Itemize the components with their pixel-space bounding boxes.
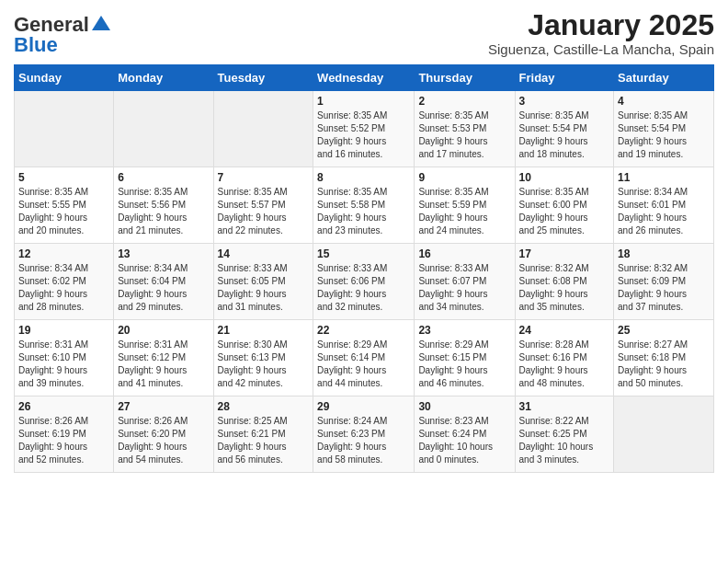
calendar-cell: 26Sunrise: 8:26 AM Sunset: 6:19 PM Dayli… [15,396,114,473]
day-number: 23 [418,324,510,337]
day-content: Sunrise: 8:34 AM Sunset: 6:04 PM Dayligh… [118,262,209,314]
calendar-cell: 16Sunrise: 8:33 AM Sunset: 6:07 PM Dayli… [415,244,515,320]
calendar-cell [15,91,114,167]
day-of-week-header: Friday [515,65,614,91]
day-number: 7 [218,171,310,184]
calendar-cell: 29Sunrise: 8:24 AM Sunset: 6:23 PM Dayli… [313,396,415,473]
day-number: 6 [118,171,209,184]
calendar-cell: 12Sunrise: 8:34 AM Sunset: 6:02 PM Dayli… [15,244,114,320]
day-content: Sunrise: 8:33 AM Sunset: 6:06 PM Dayligh… [317,262,410,314]
day-number: 18 [618,247,710,260]
day-content: Sunrise: 8:35 AM Sunset: 5:54 PM Dayligh… [618,109,710,161]
day-number: 20 [118,324,209,337]
day-number: 19 [18,324,109,337]
calendar-cell: 3Sunrise: 8:35 AM Sunset: 5:54 PM Daylig… [515,91,614,167]
day-number: 29 [317,400,410,413]
day-content: Sunrise: 8:24 AM Sunset: 6:23 PM Dayligh… [317,415,410,466]
calendar-cell: 18Sunrise: 8:32 AM Sunset: 6:09 PM Dayli… [614,244,714,320]
calendar-cell: 30Sunrise: 8:23 AM Sunset: 6:24 PM Dayli… [415,396,515,473]
calendar-week-row: 26Sunrise: 8:26 AM Sunset: 6:19 PM Dayli… [15,396,714,473]
calendar-cell: 7Sunrise: 8:35 AM Sunset: 5:57 PM Daylig… [213,167,313,244]
day-of-week-header: Sunday [15,65,114,91]
day-content: Sunrise: 8:34 AM Sunset: 6:02 PM Dayligh… [18,262,109,314]
day-content: Sunrise: 8:32 AM Sunset: 6:09 PM Dayligh… [618,262,710,314]
day-number: 26 [18,400,109,413]
day-content: Sunrise: 8:25 AM Sunset: 6:21 PM Dayligh… [218,415,310,466]
calendar-cell [213,91,313,167]
day-number: 9 [418,171,510,184]
day-number: 5 [18,171,109,184]
day-content: Sunrise: 8:35 AM Sunset: 5:52 PM Dayligh… [317,109,410,161]
calendar-week-row: 1Sunrise: 8:35 AM Sunset: 5:52 PM Daylig… [15,91,714,167]
day-content: Sunrise: 8:29 AM Sunset: 6:15 PM Dayligh… [418,339,510,390]
day-content: Sunrise: 8:33 AM Sunset: 6:07 PM Dayligh… [418,262,510,314]
day-content: Sunrise: 8:35 AM Sunset: 5:56 PM Dayligh… [118,186,209,237]
day-content: Sunrise: 8:26 AM Sunset: 6:19 PM Dayligh… [18,415,109,466]
day-content: Sunrise: 8:30 AM Sunset: 6:13 PM Dayligh… [218,339,310,390]
day-number: 30 [418,400,510,413]
calendar-cell: 13Sunrise: 8:34 AM Sunset: 6:04 PM Dayli… [114,244,213,320]
day-content: Sunrise: 8:23 AM Sunset: 6:24 PM Dayligh… [418,415,510,466]
logo: General Blue [14,9,110,57]
calendar-cell: 15Sunrise: 8:33 AM Sunset: 6:06 PM Dayli… [313,244,415,320]
day-number: 3 [519,95,610,108]
calendar-cell: 25Sunrise: 8:27 AM Sunset: 6:18 PM Dayli… [614,320,714,396]
calendar-cell: 21Sunrise: 8:30 AM Sunset: 6:13 PM Dayli… [213,320,313,396]
day-number: 15 [317,247,410,260]
day-number: 22 [317,324,410,337]
day-content: Sunrise: 8:35 AM Sunset: 5:59 PM Dayligh… [418,186,510,237]
day-content: Sunrise: 8:22 AM Sunset: 6:25 PM Dayligh… [519,415,610,466]
day-number: 8 [317,171,410,184]
calendar-cell: 20Sunrise: 8:31 AM Sunset: 6:12 PM Dayli… [114,320,213,396]
day-number: 1 [317,95,410,108]
day-number: 16 [418,247,510,260]
page-subtitle: Siguenza, Castille-La Mancha, Spain [488,41,714,57]
calendar-week-row: 12Sunrise: 8:34 AM Sunset: 6:02 PM Dayli… [15,244,714,320]
day-of-week-header: Monday [114,65,213,91]
calendar-cell: 22Sunrise: 8:29 AM Sunset: 6:14 PM Dayli… [313,320,415,396]
day-number: 21 [218,324,310,337]
day-content: Sunrise: 8:28 AM Sunset: 6:16 PM Dayligh… [519,339,610,390]
page-header: General Blue January 2025 Siguenza, Cast… [14,9,714,57]
day-number: 25 [618,324,710,337]
calendar-cell: 5Sunrise: 8:35 AM Sunset: 5:55 PM Daylig… [15,167,114,244]
calendar-cell: 10Sunrise: 8:35 AM Sunset: 6:00 PM Dayli… [515,167,614,244]
calendar-cell: 6Sunrise: 8:35 AM Sunset: 5:56 PM Daylig… [114,167,213,244]
calendar-cell: 9Sunrise: 8:35 AM Sunset: 5:59 PM Daylig… [415,167,515,244]
calendar-week-row: 5Sunrise: 8:35 AM Sunset: 5:55 PM Daylig… [15,167,714,244]
day-number: 10 [519,171,610,184]
calendar-cell [114,91,213,167]
title-block: January 2025 Siguenza, Castille-La Manch… [488,9,714,57]
day-content: Sunrise: 8:33 AM Sunset: 6:05 PM Dayligh… [218,262,310,314]
day-content: Sunrise: 8:35 AM Sunset: 5:57 PM Dayligh… [218,186,310,237]
day-number: 13 [118,247,209,260]
calendar-cell: 27Sunrise: 8:26 AM Sunset: 6:20 PM Dayli… [114,396,213,473]
logo-blue-text: Blue [14,33,58,57]
day-number: 27 [118,400,209,413]
calendar-table: SundayMondayTuesdayWednesdayThursdayFrid… [14,64,714,473]
day-content: Sunrise: 8:32 AM Sunset: 6:08 PM Dayligh… [519,262,610,314]
day-content: Sunrise: 8:34 AM Sunset: 6:01 PM Dayligh… [618,186,710,237]
day-number: 24 [519,324,610,337]
day-content: Sunrise: 8:31 AM Sunset: 6:12 PM Dayligh… [118,339,209,390]
day-number: 28 [218,400,310,413]
calendar-cell: 11Sunrise: 8:34 AM Sunset: 6:01 PM Dayli… [614,167,714,244]
day-content: Sunrise: 8:26 AM Sunset: 6:20 PM Dayligh… [118,415,209,466]
day-number: 4 [618,95,710,108]
day-content: Sunrise: 8:31 AM Sunset: 6:10 PM Dayligh… [18,339,109,390]
day-number: 17 [519,247,610,260]
calendar-cell: 17Sunrise: 8:32 AM Sunset: 6:08 PM Dayli… [515,244,614,320]
calendar-cell: 19Sunrise: 8:31 AM Sunset: 6:10 PM Dayli… [15,320,114,396]
day-number: 12 [18,247,109,260]
calendar-cell: 2Sunrise: 8:35 AM Sunset: 5:53 PM Daylig… [415,91,515,167]
calendar-cell [614,396,714,473]
calendar-cell: 24Sunrise: 8:28 AM Sunset: 6:16 PM Dayli… [515,320,614,396]
day-content: Sunrise: 8:29 AM Sunset: 6:14 PM Dayligh… [317,339,410,390]
day-content: Sunrise: 8:35 AM Sunset: 5:55 PM Dayligh… [18,186,109,237]
logo-triangle-icon [92,16,110,30]
day-of-week-header: Wednesday [313,65,415,91]
calendar-cell: 4Sunrise: 8:35 AM Sunset: 5:54 PM Daylig… [614,91,714,167]
day-content: Sunrise: 8:35 AM Sunset: 5:58 PM Dayligh… [317,186,410,237]
calendar-cell: 23Sunrise: 8:29 AM Sunset: 6:15 PM Dayli… [415,320,515,396]
day-number: 11 [618,171,710,184]
